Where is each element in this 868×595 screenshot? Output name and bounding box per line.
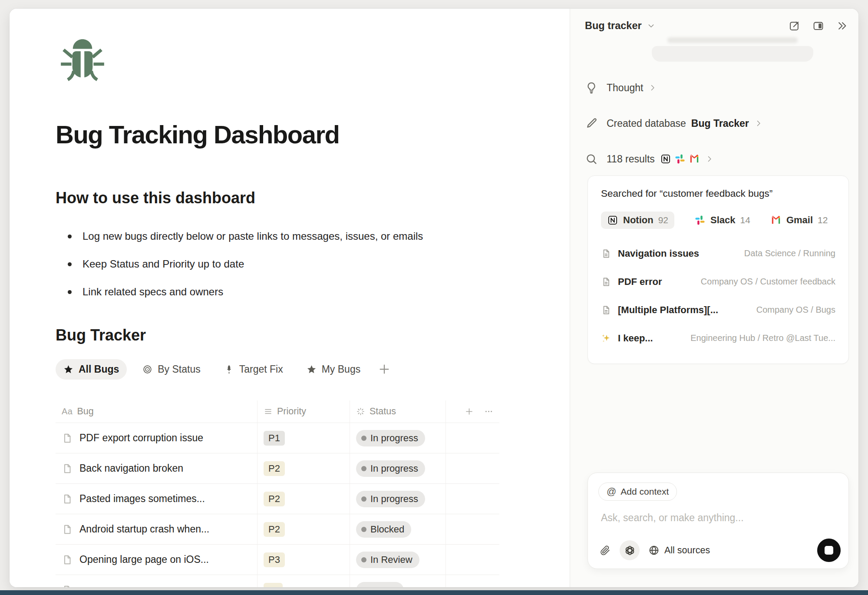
text-property-icon: Aa — [62, 407, 73, 416]
new-chat-icon[interactable] — [789, 20, 800, 32]
view-tab-by-status[interactable]: By Status — [135, 359, 208, 380]
page-icon — [62, 433, 73, 444]
status-pill[interactable]: In progress — [356, 460, 425, 477]
table-row[interactable] — [56, 575, 499, 587]
all-sources-button[interactable]: All sources — [648, 545, 710, 556]
star-icon — [307, 364, 317, 374]
table-header-row: AaBugPriorityStatus — [56, 400, 499, 423]
page-canvas: Bug Tracking Dashboard How to use this d… — [10, 9, 570, 587]
search-icon — [585, 152, 598, 165]
attachment-icon[interactable] — [599, 545, 611, 556]
result-title: PDF error — [618, 276, 662, 288]
table-row[interactable]: Back navigation brokenP2In progress — [56, 453, 499, 484]
agent-activity-list: ThoughtCreated databaseBug Tracker118 re… — [585, 76, 850, 183]
status-pill[interactable] — [356, 582, 404, 588]
status-dot — [361, 436, 366, 441]
status-pill[interactable]: In progress — [356, 491, 425, 507]
model-picker-button[interactable] — [620, 540, 640, 560]
table-options-icon[interactable] — [484, 407, 493, 416]
status-label: In Review — [370, 554, 413, 565]
table-row[interactable]: Android startup crash when...P2Blocked — [56, 514, 499, 545]
view-tabs: All BugsBy StatusTarget FixMy Bugs — [56, 358, 545, 380]
source-tab-slack[interactable]: Slack14 — [694, 212, 750, 229]
source-tab-count: 14 — [740, 215, 750, 225]
view-tab-all-bugs[interactable]: All Bugs — [56, 359, 127, 380]
view-tab-label: Target Fix — [239, 364, 283, 375]
activity-row[interactable]: Created databaseBug Tracker — [585, 112, 850, 135]
assistant-title-menu[interactable]: Bug tracker — [585, 20, 655, 32]
search-result-row[interactable]: Navigation issuesData Science / Running — [601, 239, 835, 268]
add-column-icon[interactable] — [465, 407, 474, 416]
add-context-label: Add context — [620, 486, 669, 497]
gmail-logo-icon — [770, 215, 782, 226]
column-header-priority[interactable]: Priority — [257, 400, 350, 423]
howto-bullets: Log new bugs directly below or paste lin… — [56, 222, 545, 306]
column-header-status[interactable]: Status — [350, 400, 446, 423]
priority-tag[interactable]: P2 — [264, 522, 285, 537]
status-pill[interactable]: In progress — [356, 430, 425, 446]
activity-target: Bug Tracker — [691, 118, 749, 129]
source-tab-gmail[interactable]: Gmail12 — [770, 212, 828, 229]
panel-toggle-icon[interactable] — [812, 20, 824, 32]
bug-title: Back navigation broken — [79, 463, 183, 474]
activity-row[interactable]: Thought — [585, 76, 850, 99]
priority-tag[interactable]: P1 — [264, 431, 285, 446]
status-pill[interactable]: Blocked — [356, 521, 411, 538]
status-label: In progress — [370, 433, 418, 444]
search-result-row[interactable]: PDF errorCompany OS / Customer feedback — [601, 268, 835, 296]
status-label: In progress — [370, 493, 418, 505]
activity-text: Thought — [607, 82, 643, 94]
activity-row[interactable]: 118 results — [585, 148, 850, 170]
globe-icon — [648, 545, 660, 556]
priority-tag[interactable] — [264, 583, 283, 588]
view-tab-target-fix[interactable]: Target Fix — [216, 359, 291, 380]
column-header-bug[interactable]: AaBug — [56, 400, 257, 423]
search-result-row[interactable]: [Multiple Platforms][...Company OS / Bug… — [601, 296, 835, 324]
result-title: [Multiple Platforms][... — [618, 304, 718, 316]
openai-icon — [624, 545, 636, 556]
doc-icon — [601, 305, 611, 315]
priority-tag[interactable]: P3 — [264, 552, 285, 567]
add-context-button[interactable]: @ Add context — [598, 483, 677, 501]
gmail-logo-icon — [689, 153, 700, 165]
table-row[interactable]: Pasted images sometimes...P2In progress — [56, 484, 499, 514]
source-tab-count: 12 — [818, 215, 828, 225]
result-breadcrumb: Company OS / Bugs — [756, 305, 835, 315]
table-row[interactable]: Opening large page on iOS...P3In Review — [56, 545, 499, 575]
pencil-icon — [585, 117, 598, 130]
page-icon — [62, 493, 73, 505]
table-row[interactable]: PDF export corruption issueP1In progress — [56, 423, 499, 453]
bulb-icon — [585, 81, 598, 94]
source-tab-notion[interactable]: Notion92 — [601, 212, 674, 229]
result-breadcrumb: Engineering Hub / Retro @Last Tue... — [690, 333, 835, 343]
view-tab-my-bugs[interactable]: My Bugs — [299, 359, 368, 380]
doc-icon — [601, 248, 611, 259]
table-body: PDF export corruption issueP1In progress… — [56, 423, 499, 587]
status-dot — [361, 557, 366, 562]
at-icon: @ — [607, 486, 616, 497]
bug-title: Opening large page on iOS... — [79, 554, 209, 565]
bug-title: Pasted images sometimes... — [79, 493, 205, 505]
bug-table: AaBugPriorityStatus PDF export corruptio… — [56, 400, 499, 587]
notion-logo-icon — [660, 153, 671, 165]
chevron-right-icon — [648, 83, 657, 92]
column-header-label: Status — [370, 406, 396, 417]
collapse-panel-icon[interactable] — [836, 20, 848, 32]
stop-button[interactable] — [817, 539, 841, 562]
chevron-down-icon — [647, 22, 655, 30]
status-pill[interactable]: In Review — [356, 552, 419, 568]
sparkles-icon — [601, 333, 611, 344]
source-tab-label: Notion — [623, 215, 653, 226]
burst-icon — [356, 407, 365, 416]
priority-tag[interactable]: P2 — [264, 461, 285, 476]
view-tab-label: All Bugs — [79, 364, 119, 375]
search-result-row[interactable]: I keep...Engineering Hub / Retro @Last T… — [601, 324, 835, 352]
bug-icon[interactable] — [56, 36, 109, 83]
composer-input[interactable]: Ask, search, or make anything... — [601, 512, 744, 524]
priority-tag[interactable]: P2 — [264, 492, 285, 506]
add-view-icon[interactable] — [378, 363, 391, 376]
status-label: Blocked — [370, 524, 404, 535]
assistant-title: Bug tracker — [585, 20, 642, 32]
result-breadcrumb: Company OS / Customer feedback — [701, 277, 835, 287]
page-icon — [62, 554, 73, 565]
